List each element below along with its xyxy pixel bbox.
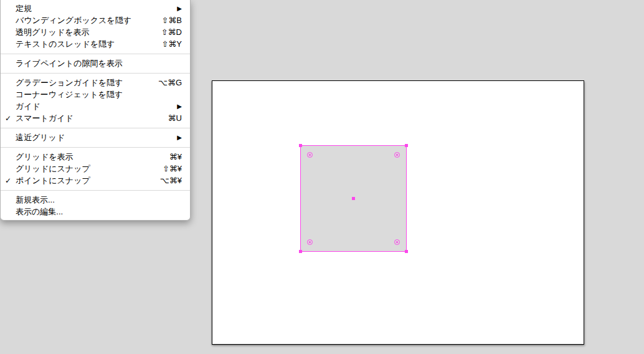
- menu-separator: [1, 124, 190, 132]
- menu-item-show-transparency-grid[interactable]: 透明グリッドを表示⇧⌘D: [1, 26, 190, 38]
- menu-item-snap-to-grid[interactable]: グリッドにスナップ⇧⌘¥: [1, 163, 190, 175]
- corner-widget-icon[interactable]: [394, 152, 400, 158]
- menu-item-shortcut: ⇧⌘D: [161, 27, 182, 37]
- corner-widget-icon[interactable]: [307, 152, 313, 158]
- menu-item-hide-corner-widget[interactable]: コーナーウィジェットを隠す: [1, 88, 190, 100]
- submenu-arrow-icon: ▶: [177, 134, 182, 141]
- anchor-handle-top-left[interactable]: [299, 144, 302, 147]
- menu-item-smart-guides[interactable]: ✓スマートガイド⌘U: [1, 112, 190, 124]
- menu-item-label: ガイド: [16, 101, 177, 112]
- menu-item-shortcut: ⌘U: [168, 113, 182, 123]
- menu-separator: [1, 186, 190, 194]
- corner-widget-icon[interactable]: [307, 239, 313, 245]
- menu-separator: [1, 50, 190, 57]
- menu-item-hide-text-threads[interactable]: テキストのスレッドを隠す⇧⌘Y: [1, 38, 190, 50]
- menu-item-new-view[interactable]: 新規表示...: [1, 194, 190, 206]
- submenu-arrow-icon: ▶: [177, 103, 182, 110]
- menu-item-show-grid[interactable]: グリッドを表示⌘¥: [1, 151, 190, 163]
- checkmark-icon: ✓: [5, 176, 16, 185]
- menu-item-shortcut: ⇧⌘¥: [163, 164, 182, 173]
- menu-item-shortcut: ⌥⌘¥: [160, 176, 182, 185]
- corner-widget-dot: [309, 154, 311, 156]
- menu-item-hide-bounding-box[interactable]: バウンディングボックスを隠す⇧⌘B: [1, 14, 190, 26]
- menu-item-show-live-paint-gaps[interactable]: ライブペイントの隙間を表示: [1, 57, 190, 69]
- menu-item-label: ライブペイントの隙間を表示: [16, 58, 182, 69]
- corner-widget-dot: [396, 154, 398, 156]
- menu-item-label: 透明グリッドを表示: [16, 27, 161, 38]
- menu-separator: [1, 69, 190, 77]
- menu-item-shortcut: ⇧⌘B: [161, 16, 182, 25]
- menu-item-edit-views[interactable]: 表示の編集...: [1, 206, 190, 218]
- menu-item-label: ポイントにスナップ: [16, 175, 160, 186]
- menu-item-label: 新規表示...: [16, 194, 182, 206]
- artboard[interactable]: [212, 80, 584, 345]
- menu-item-label: 表示の編集...: [16, 206, 182, 218]
- menu-item-guides[interactable]: ガイド▶: [1, 100, 190, 112]
- menu-item-label: 遠近グリッド: [16, 132, 177, 143]
- center-point-handle[interactable]: [352, 197, 355, 200]
- menu-separator-line: [1, 190, 190, 191]
- anchor-handle-bottom-left[interactable]: [299, 250, 302, 253]
- menu-item-label: グリッドを表示: [16, 151, 169, 163]
- corner-widget-dot: [309, 241, 311, 243]
- menu-separator-line: [1, 128, 190, 128]
- menu-item-shortcut: ⇧⌘Y: [161, 39, 182, 49]
- menu-item-snap-to-point[interactable]: ✓ポイントにスナップ⌥⌘¥: [1, 175, 190, 186]
- menu-separator-line: [1, 54, 190, 54]
- view-menu: 定規▶バウンディングボックスを隠す⇧⌘B透明グリッドを表示⇧⌘Dテキストのスレッ…: [0, 0, 191, 221]
- selected-rectangle[interactable]: [300, 145, 407, 252]
- menu-separator-line: [1, 147, 190, 148]
- menu-item-label: スマートガイド: [16, 113, 168, 124]
- corner-widget-icon[interactable]: [394, 239, 400, 245]
- menu-item-label: コーナーウィジェットを隠す: [16, 89, 182, 100]
- menu-item-label: 定規: [16, 3, 177, 14]
- menu-item-label: テキストのスレッドを隠す: [16, 39, 161, 50]
- menu-item-shortcut: ⌘¥: [169, 152, 182, 161]
- menu-item-label: グラデーションガイドを隠す: [16, 77, 158, 88]
- menu-separator: [1, 143, 190, 151]
- menu-item-hide-gradient-annotator[interactable]: グラデーションガイドを隠す⌥⌘G: [1, 77, 190, 88]
- menu-item-label: バウンディングボックスを隠す: [16, 15, 161, 26]
- anchor-handle-bottom-right[interactable]: [405, 250, 408, 253]
- corner-widget-dot: [396, 241, 398, 243]
- menu-item-label: グリッドにスナップ: [16, 163, 163, 175]
- menu-item-shortcut: ⌥⌘G: [158, 78, 182, 87]
- menu-item-rulers[interactable]: 定規▶: [1, 2, 190, 14]
- menu-separator-line: [1, 73, 190, 74]
- menu-item-perspective-grid[interactable]: 遠近グリッド▶: [1, 132, 190, 143]
- anchor-handle-top-right[interactable]: [405, 144, 408, 147]
- checkmark-icon: ✓: [5, 114, 16, 123]
- submenu-arrow-icon: ▶: [177, 5, 182, 12]
